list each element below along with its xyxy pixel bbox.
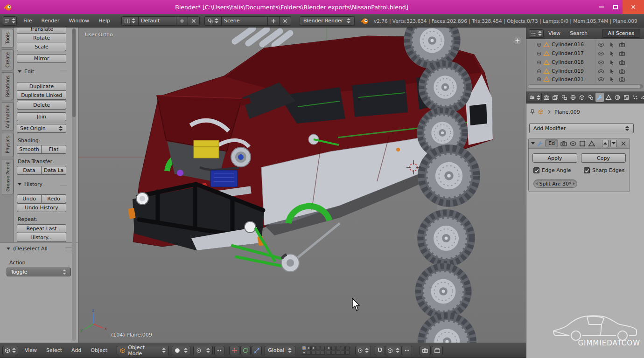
selectability-cursor-icon[interactable] — [609, 76, 615, 83]
editor-type-button-3dview[interactable] — [2, 346, 18, 355]
add-modifier-dropdown[interactable]: Add Modifier — [529, 123, 634, 133]
manipulator-rotate-button[interactable] — [240, 346, 251, 355]
scrollbar-thumb[interactable] — [528, 85, 640, 88]
tab-material[interactable] — [613, 93, 622, 102]
delete-scene-button[interactable] — [279, 17, 291, 25]
menu-file[interactable]: File — [19, 18, 36, 24]
screen-layout-name[interactable]: Default — [138, 17, 176, 25]
modifier-name-field[interactable]: Ed — [545, 139, 558, 147]
object-name[interactable]: Cylinder.019 — [552, 68, 584, 74]
expand-icon[interactable] — [536, 68, 542, 75]
maximize-button[interactable] — [609, 0, 623, 14]
edit-panel-header[interactable]: Edit — [18, 69, 67, 75]
renderability-camera-icon[interactable] — [619, 50, 625, 57]
outliner-menu-search[interactable]: Search — [565, 30, 592, 36]
tool-shelf-scrollbar[interactable] — [72, 28, 76, 341]
3d-viewport[interactable]: z x y User Ortho (104) Plane.009 — [78, 28, 526, 343]
outliner-scrollbar[interactable] — [528, 84, 643, 89]
viewport-shading-selector[interactable] — [172, 346, 190, 355]
history-panel-header[interactable]: History — [18, 181, 67, 187]
toolshelf-tab-tools[interactable]: Tools — [2, 29, 14, 48]
outliner-row-cylinder016[interactable]: Cylinder.016 — [526, 40, 644, 49]
renderability-camera-icon[interactable] — [619, 68, 625, 75]
apply-button[interactable]: Apply — [532, 153, 577, 163]
undo-button[interactable]: Undo — [17, 194, 42, 203]
menu-object[interactable]: Object — [86, 347, 112, 353]
delete-layout-button[interactable] — [188, 17, 199, 25]
undo-history-button[interactable]: Undo History — [17, 203, 66, 212]
scrollbar-thumb[interactable] — [72, 28, 76, 117]
data-layout-button[interactable]: Data La — [42, 166, 66, 175]
snap-element-selector[interactable] — [385, 346, 402, 355]
region-expand-button[interactable] — [514, 37, 521, 44]
outliner-row-cylinder017[interactable]: Cylinder.017 — [526, 49, 644, 58]
modifier-delete-icon[interactable] — [620, 140, 627, 147]
tab-physics[interactable] — [640, 93, 644, 102]
visibility-eye-icon[interactable] — [598, 68, 604, 75]
outliner-filter-dropdown[interactable]: All Scenes — [602, 29, 640, 38]
history-more-button[interactable]: History... — [17, 233, 66, 242]
tab-constraints[interactable] — [587, 93, 595, 102]
object-name[interactable]: Cylinder.016 — [552, 41, 584, 48]
render-still-button[interactable] — [420, 346, 431, 355]
expand-icon[interactable] — [536, 50, 542, 57]
layer-grid[interactable] — [302, 346, 350, 355]
renderability-camera-icon[interactable] — [619, 41, 625, 48]
join-button[interactable]: Join — [17, 112, 66, 121]
menu-add[interactable]: Add — [67, 347, 86, 353]
translate-button[interactable]: Translate — [17, 28, 66, 34]
slider-increase-icon[interactable] — [573, 182, 575, 185]
scene-selector[interactable]: Scene — [204, 16, 291, 26]
toolshelf-tab-create[interactable]: Create — [2, 49, 14, 70]
render-animation-button[interactable] — [432, 346, 443, 355]
data-button[interactable]: Data — [17, 166, 42, 175]
menu-render[interactable]: Render — [36, 18, 64, 24]
expand-icon[interactable] — [536, 76, 542, 83]
mirror-button[interactable]: Mirror — [17, 54, 66, 63]
set-origin-dropdown[interactable]: Set Origin — [17, 124, 66, 133]
rotate-button[interactable]: Rotate — [17, 34, 66, 42]
toolshelf-tab-animation[interactable]: Animation — [2, 102, 14, 131]
expand-icon[interactable] — [536, 59, 542, 66]
tab-render-layers[interactable] — [551, 93, 560, 102]
modifier-move-up-button[interactable] — [602, 140, 609, 147]
shade-smooth-button[interactable]: Smooth — [17, 145, 42, 154]
visibility-eye-icon[interactable] — [598, 59, 604, 66]
shade-flat-button[interactable]: Flat — [42, 145, 66, 154]
editor-type-button-info[interactable] — [3, 16, 17, 26]
action-toggle-dropdown[interactable]: Toggle — [7, 268, 71, 276]
object-name[interactable]: Cylinder.018 — [552, 59, 584, 65]
modifier-header[interactable]: Ed — [529, 138, 630, 149]
visibility-eye-icon[interactable] — [598, 41, 604, 48]
tab-modifiers[interactable] — [595, 93, 604, 102]
tab-render[interactable] — [542, 93, 551, 102]
tab-particles[interactable] — [631, 93, 639, 102]
outliner-menu-view[interactable]: View — [544, 30, 565, 36]
snap-toggle-button[interactable] — [375, 346, 385, 355]
modifier-visibility-toggle-icon[interactable] — [569, 140, 577, 147]
outliner-row-cylinder021[interactable]: Cylinder.021 — [526, 76, 644, 83]
renderability-camera-icon[interactable] — [619, 59, 625, 66]
redo-panel-header[interactable]: (De)select All — [7, 246, 73, 252]
tab-texture[interactable] — [622, 93, 630, 102]
renderability-camera-icon[interactable] — [619, 76, 625, 83]
menu-help[interactable]: Help — [94, 18, 115, 24]
duplicate-button[interactable]: Duplicate — [17, 82, 66, 91]
close-button[interactable] — [623, 0, 644, 14]
repeat-last-button[interactable]: Repeat Last — [17, 224, 66, 233]
toolshelf-tab-grease-pencil[interactable]: Grease Pencil — [2, 159, 14, 194]
redo-button[interactable]: Redo — [42, 194, 66, 203]
modifier-editmode-toggle-icon[interactable] — [579, 140, 586, 147]
tab-object-data[interactable] — [604, 93, 613, 102]
pivot-point-selector[interactable] — [193, 346, 213, 355]
tab-world[interactable] — [569, 93, 577, 102]
visibility-eye-icon[interactable] — [598, 50, 604, 57]
selectability-cursor-icon[interactable] — [609, 50, 615, 57]
duplicate-linked-button[interactable]: Duplicate Linked — [17, 91, 66, 100]
mode-selector[interactable]: Object Mode — [117, 346, 169, 355]
add-layout-button[interactable] — [176, 17, 188, 25]
manipulator-scale-button[interactable] — [252, 346, 262, 355]
slider-decrease-icon[interactable] — [536, 182, 538, 185]
tab-scene[interactable] — [560, 93, 568, 102]
sharp-edges-checkbox[interactable]: Sharp Edges — [584, 167, 624, 173]
